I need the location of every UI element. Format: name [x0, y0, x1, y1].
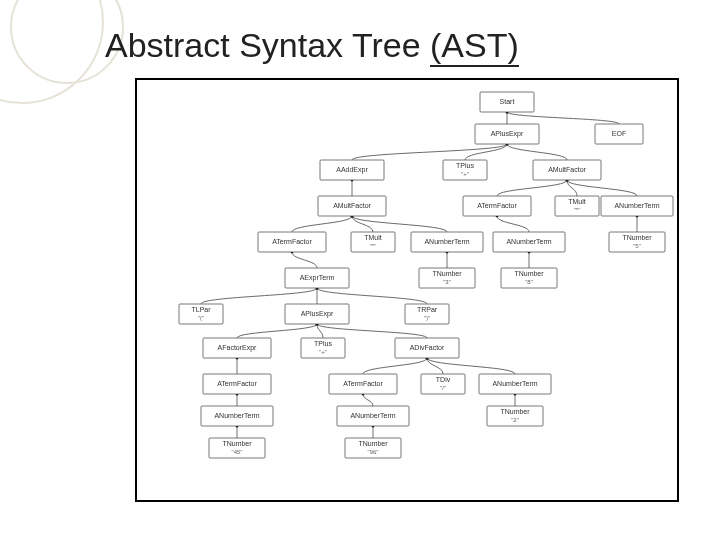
- node-label: APlusExpr: [301, 310, 334, 318]
- tree-edge: [363, 394, 373, 406]
- node-label: TNumber: [500, 408, 530, 415]
- node-label: ANumberTerm: [214, 412, 259, 419]
- node-label: ANumberTerm: [492, 380, 537, 387]
- tree-node-anumberterm: ANumberTerm: [411, 232, 483, 252]
- tree-edge: [427, 358, 515, 374]
- node-label: ANumberTerm: [614, 202, 659, 209]
- tree-node-tdiv: TDiv"/": [421, 374, 465, 394]
- node-value: "*": [574, 207, 581, 213]
- tree-node-aexprterm: AExprTerm: [285, 268, 349, 288]
- tree-node-amultfactor: AMultFactor: [533, 160, 601, 180]
- tree-edge: [497, 180, 567, 196]
- tree-node-anumberterm4: ANumberTerm: [479, 374, 551, 394]
- node-label: TRPar: [417, 306, 438, 313]
- tree-node-atermfactor3: ATermFactor: [203, 374, 271, 394]
- tree-node-aplusexpr: APlusExpr: [475, 124, 539, 144]
- tree-edge: [352, 216, 447, 232]
- tree-edge: [292, 252, 317, 268]
- node-label: TMult: [364, 234, 382, 241]
- node-label: TNumber: [622, 234, 652, 241]
- node-value: "45": [232, 449, 243, 455]
- tree-edge: [567, 180, 577, 196]
- node-label: TLPar: [191, 306, 211, 313]
- tree-node-aaddexpr: AAddExpr: [320, 160, 384, 180]
- page-title: Abstract Syntax Tree (AST): [105, 26, 519, 65]
- node-value: ")": [424, 315, 430, 321]
- node-label: TNumber: [432, 270, 462, 277]
- tree-node-adivfactor: ADivFactor: [395, 338, 459, 358]
- tree-edge: [567, 180, 637, 196]
- node-label: TPlus: [314, 340, 332, 347]
- node-value: "+": [461, 171, 469, 177]
- tree-node-atermfactor4: ATermFactor: [329, 374, 397, 394]
- node-value: "2": [511, 417, 519, 423]
- tree-edge: [352, 144, 507, 160]
- tree-node-tmult: TMult"*": [351, 232, 395, 252]
- node-label: APlusExpr: [491, 130, 524, 138]
- node-label: EOF: [612, 130, 626, 137]
- tree-node-tnumber96: TNumber"96": [345, 438, 401, 458]
- node-label: TNumber: [358, 440, 388, 447]
- node-value: "8": [525, 279, 533, 285]
- node-label: ATermFactor: [343, 380, 383, 387]
- node-label: ATermFactor: [217, 380, 257, 387]
- node-label: ADivFactor: [410, 344, 445, 351]
- title-underlined: (AST): [430, 26, 519, 67]
- node-label: ANumberTerm: [350, 412, 395, 419]
- tree-node-atermfactor2: ATermFactor: [463, 196, 531, 216]
- node-label: TNumber: [514, 270, 544, 277]
- tree-node-anumberterm6: ANumberTerm: [337, 406, 409, 426]
- tree-edge: [507, 144, 567, 160]
- tree-node-tplus1: TPlus"+": [443, 160, 487, 180]
- tree-edge: [317, 324, 427, 338]
- tree-node-tnumber5: TNumber"5": [609, 232, 665, 252]
- tree-node-trpar: TRPar")": [405, 304, 449, 324]
- tree-node-eof: EOF: [595, 124, 643, 144]
- tree-node-anumberterm5: ANumberTerm: [201, 406, 273, 426]
- node-label: ATermFactor: [477, 202, 517, 209]
- node-label: TPlus: [456, 162, 474, 169]
- tree-node-tlpar: TLPar"(": [179, 304, 223, 324]
- node-label: AAddExpr: [336, 166, 368, 174]
- node-label: AMultFactor: [333, 202, 371, 209]
- ast-tree-svg: StartAPlusExprEOFAAddExprTPlus"+"AMultFa…: [137, 80, 677, 500]
- title-plain: Abstract Syntax Tree: [105, 26, 430, 64]
- node-label: Start: [500, 98, 515, 105]
- node-value: "3": [443, 279, 451, 285]
- tree-node-aplusexpr2: APlusExpr: [285, 304, 349, 324]
- node-label: ATermFactor: [272, 238, 312, 245]
- tree-edge: [363, 358, 427, 374]
- node-value: "96": [368, 449, 379, 455]
- diagram-panel: StartAPlusExprEOFAAddExprTPlus"+"AMultFa…: [135, 78, 679, 502]
- node-label: ANumberTerm: [424, 238, 469, 245]
- node-value: "*": [370, 243, 377, 249]
- tree-edge: [237, 324, 317, 338]
- tree-node-atermfactor: ATermFactor: [258, 232, 326, 252]
- node-label: AFactorExpr: [218, 344, 258, 352]
- node-label: TNumber: [222, 440, 252, 447]
- node-label: ANumberTerm: [506, 238, 551, 245]
- tree-node-anumberterm3: ANumberTerm: [601, 196, 673, 216]
- node-label: AMultFactor: [548, 166, 586, 173]
- node-label: TMult: [568, 198, 586, 205]
- tree-edge: [201, 288, 317, 304]
- tree-node-start: Start: [480, 92, 534, 112]
- tree-node-tnumber2: TNumber"2": [487, 406, 543, 426]
- tree-edge: [497, 216, 529, 232]
- tree-edge: [317, 288, 427, 304]
- node-value: "/": [440, 385, 446, 391]
- tree-node-tmult2: TMult"*": [555, 196, 599, 216]
- tree-node-amultfactor2: AMultFactor: [318, 196, 386, 216]
- node-value: "(": [198, 315, 204, 321]
- node-value: "5": [633, 243, 641, 249]
- tree-node-tnumber45: TNumber"45": [209, 438, 265, 458]
- node-label: TDiv: [436, 376, 451, 383]
- tree-node-tnumber8: TNumber"8": [501, 268, 557, 288]
- tree-node-anumberterm2: ANumberTerm: [493, 232, 565, 252]
- tree-edge: [507, 112, 619, 124]
- tree-node-tplus2: TPlus"+": [301, 338, 345, 358]
- slide-root: Abstract Syntax Tree (AST) StartAPlusExp…: [0, 0, 720, 540]
- tree-node-afactorexpr: AFactorExpr: [203, 338, 271, 358]
- node-value: "+": [319, 349, 327, 355]
- node-label: AExprTerm: [300, 274, 335, 282]
